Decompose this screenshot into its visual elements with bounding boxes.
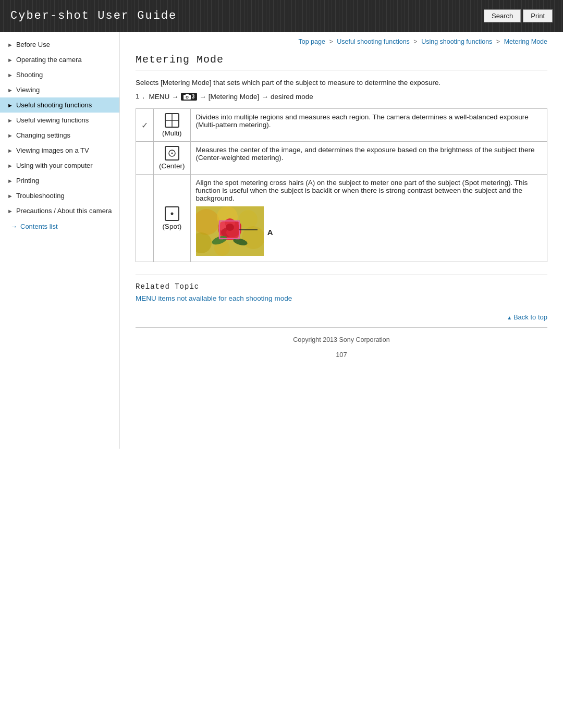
breadcrumb: Top page > Useful shooting functions > U… xyxy=(136,38,547,45)
icon-cell-center: (Center) xyxy=(154,142,191,175)
arrow-icon: ► xyxy=(7,87,13,93)
page-description: Selects [Metering Mode] that sets which … xyxy=(136,79,547,87)
related-topic-label: Related Topic xyxy=(136,282,547,291)
back-to-top: Back to top xyxy=(136,313,547,321)
layout: ► Before Use ► Operating the camera ► Sh… xyxy=(0,32,563,449)
header-title: Cyber-shot User Guide xyxy=(10,9,177,22)
print-button[interactable]: Print xyxy=(523,9,553,22)
sidebar-item-viewing-tv[interactable]: ► Viewing images on a TV xyxy=(0,143,119,158)
sidebar-item-troubleshooting[interactable]: ► Troubleshooting xyxy=(0,188,119,203)
check-mark-icon: ✓ xyxy=(141,121,148,130)
description-cell-center: Measures the center of the image, and de… xyxy=(190,142,547,175)
instruction-step: 1． MENU → 3 → [Metering Mode] → desired … xyxy=(136,92,547,101)
description-cell-spot: Align the spot metering cross hairs (A) … xyxy=(190,175,547,262)
svg-rect-1 xyxy=(186,94,189,95)
main-content: Top page > Useful shooting functions > U… xyxy=(120,32,563,449)
search-button[interactable]: Search xyxy=(484,9,521,22)
breadcrumb-metering-mode[interactable]: Metering Mode xyxy=(504,38,547,45)
breadcrumb-top[interactable]: Top page xyxy=(298,38,325,45)
page-number: 107 xyxy=(136,348,547,362)
arrow-icon: ► xyxy=(7,147,13,154)
svg-point-9 xyxy=(171,153,173,154)
sidebar: ► Before Use ► Operating the camera ► Sh… xyxy=(0,32,120,449)
icon-cell-multi: (Multi) xyxy=(154,109,191,142)
center-label: (Center) xyxy=(159,162,185,170)
arrow-right-icon: → xyxy=(10,223,17,230)
sidebar-item-viewing[interactable]: ► Viewing xyxy=(0,82,119,97)
metering-mode-bracket: [Metering Mode] xyxy=(209,93,260,101)
sidebar-item-operating-camera[interactable]: ► Operating the camera xyxy=(0,52,119,67)
sidebar-item-precautions[interactable]: ► Precautions / About this camera xyxy=(0,203,119,218)
svg-point-15 xyxy=(239,210,258,229)
arrow-icon: ► xyxy=(7,102,13,108)
spot-label: (Spot) xyxy=(159,223,185,230)
menu-label: MENU xyxy=(149,93,170,101)
step-number: 1． xyxy=(136,92,147,101)
arrow-3: → xyxy=(261,93,268,101)
spot-icon xyxy=(165,206,179,221)
back-to-top-link[interactable]: Back to top xyxy=(507,313,547,321)
table-row: ✓ (Multi) Divides into multiple regions … xyxy=(136,109,547,142)
arrow-icon: ► xyxy=(7,193,13,199)
arrow-icon: ► xyxy=(7,117,13,124)
metering-table: ✓ (Multi) Divides into multiple regions … xyxy=(136,108,547,262)
arrow-icon: ► xyxy=(7,132,13,139)
arrow-icon: ► xyxy=(7,178,13,184)
header-buttons: Search Print xyxy=(484,9,553,22)
arrow-icon: ► xyxy=(7,57,13,63)
check-cell-spot xyxy=(136,175,154,262)
table-row: (Spot) Align the spot metering cross hai… xyxy=(136,175,547,262)
camera-menu-icon: 3 xyxy=(181,93,198,101)
breadcrumb-using-shooting[interactable]: Using shooting functions xyxy=(421,38,492,45)
icon-cell-spot: (Spot) xyxy=(154,175,191,262)
spot-a-label: A xyxy=(267,228,273,237)
sidebar-item-useful-viewing[interactable]: ► Useful viewing functions xyxy=(0,113,119,128)
spot-image-container: A xyxy=(196,206,264,257)
breadcrumb-useful-shooting[interactable]: Useful shooting functions xyxy=(337,38,410,45)
arrow-icon: ► xyxy=(7,208,13,214)
sidebar-item-shooting[interactable]: ► Shooting xyxy=(0,67,119,82)
contents-list-link[interactable]: → Contents list xyxy=(0,218,119,235)
spot-flower-image xyxy=(196,206,264,256)
sidebar-item-changing-settings[interactable]: ► Changing settings xyxy=(0,128,119,143)
related-topic-link[interactable]: MENU items not available for each shooti… xyxy=(136,294,292,302)
related-topic-section: Related Topic MENU items not available f… xyxy=(136,275,547,302)
check-cell-multi: ✓ xyxy=(136,109,154,142)
sidebar-item-useful-shooting[interactable]: ► Useful shooting functions xyxy=(0,97,119,113)
page-title: Metering Mode xyxy=(136,54,547,70)
camera-svg-icon xyxy=(183,94,191,100)
sidebar-item-using-computer[interactable]: ► Using with your computer xyxy=(0,158,119,173)
svg-point-11 xyxy=(170,212,173,215)
spot-content: Align the spot metering cross hairs (A) … xyxy=(196,179,542,202)
svg-point-3 xyxy=(186,96,188,98)
arrow-icon: ► xyxy=(7,163,13,169)
svg-point-25 xyxy=(226,224,234,231)
spot-description-text: Align the spot metering cross hairs (A) … xyxy=(196,179,542,202)
arrow-1: → xyxy=(172,93,179,101)
sidebar-item-printing[interactable]: ► Printing xyxy=(0,173,119,188)
center-icon xyxy=(165,146,179,161)
sidebar-item-before-use[interactable]: ► Before Use xyxy=(0,37,119,52)
footer: Copyright 2013 Sony Corporation xyxy=(136,332,547,348)
multi-label: (Multi) xyxy=(159,129,185,137)
table-row: (Center) Measures the center of the imag… xyxy=(136,142,547,175)
check-cell-center xyxy=(136,142,154,175)
arrow-icon: ► xyxy=(7,42,13,48)
header: Cyber-shot User Guide Search Print xyxy=(0,0,563,32)
arrow-2: → xyxy=(199,93,206,101)
arrow-icon: ► xyxy=(7,72,13,78)
footer-divider xyxy=(136,327,547,328)
description-cell-multi: Divides into multiple regions and measur… xyxy=(190,109,547,142)
multi-icon xyxy=(165,113,179,128)
desired-mode-label: desired mode xyxy=(271,93,313,101)
